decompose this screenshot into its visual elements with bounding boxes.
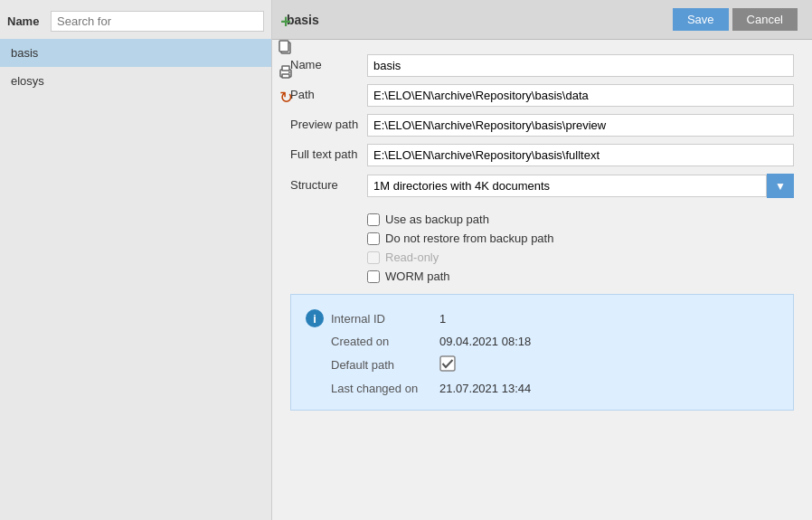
last-changed-value: 21.07.2021 13:44 bbox=[439, 382, 531, 395]
search-input[interactable] bbox=[51, 11, 264, 32]
list-item-elosys[interactable]: elosys bbox=[0, 67, 271, 95]
worm-path-checkbox-row: WORM path bbox=[367, 269, 794, 283]
name-row: Name bbox=[290, 54, 794, 77]
structure-label: Structure bbox=[290, 177, 367, 194]
no-restore-label: Do not restore from backup path bbox=[385, 232, 553, 245]
preview-path-input[interactable] bbox=[367, 114, 794, 137]
refresh-button[interactable]: ↻ bbox=[275, 87, 297, 109]
save-button[interactable]: Save bbox=[673, 8, 729, 31]
left-panel: Name basis elosys bbox=[0, 0, 271, 520]
path-label: Path bbox=[290, 87, 367, 103]
structure-row: Structure 1M directories with 4K documen… bbox=[290, 174, 794, 198]
no-restore-checkbox[interactable] bbox=[367, 232, 380, 245]
readonly-checkbox-row: Read-only bbox=[367, 251, 794, 264]
name-input[interactable] bbox=[367, 54, 794, 77]
copy-button[interactable] bbox=[275, 36, 297, 58]
fulltext-path-row: Full text path bbox=[290, 144, 794, 166]
default-path-checkmark bbox=[439, 355, 456, 374]
action-icon-bar: + ↻ bbox=[271, 7, 300, 112]
right-header: basis Save Cancel bbox=[272, 0, 812, 40]
path-input[interactable] bbox=[367, 84, 794, 107]
info-box: i Internal ID 1 Created on 09.04.2021 08… bbox=[290, 294, 794, 411]
add-button[interactable]: + bbox=[275, 11, 297, 33]
last-changed-label: Last changed on bbox=[331, 382, 439, 395]
use-backup-path-label: Use as backup path bbox=[385, 213, 489, 226]
repository-list: basis elosys bbox=[0, 39, 271, 513]
svg-rect-3 bbox=[282, 66, 289, 71]
fulltext-path-label: Full text path bbox=[290, 147, 367, 163]
list-header: Name bbox=[0, 7, 271, 39]
form-area: Name Path Preview path Full text path St… bbox=[272, 40, 812, 520]
list-item-basis[interactable]: basis bbox=[0, 39, 271, 67]
readonly-label: Read-only bbox=[385, 251, 439, 264]
svg-rect-4 bbox=[282, 74, 289, 78]
svg-rect-1 bbox=[279, 41, 288, 52]
preview-path-row: Preview path bbox=[290, 114, 794, 137]
created-on-row: Created on 09.04.2021 08:18 bbox=[306, 331, 779, 352]
readonly-checkbox bbox=[367, 251, 380, 264]
path-row: Path bbox=[290, 84, 794, 107]
worm-path-checkbox[interactable] bbox=[367, 270, 380, 283]
internal-id-label: Internal ID bbox=[331, 312, 439, 326]
created-on-label: Created on bbox=[331, 335, 439, 348]
name-label: Name bbox=[290, 57, 367, 73]
preview-path-label: Preview path bbox=[290, 117, 367, 133]
created-on-value: 09.04.2021 08:18 bbox=[439, 335, 531, 348]
print-button[interactable] bbox=[275, 61, 297, 83]
structure-select[interactable]: 1M directories with 4K documents 10K dir… bbox=[367, 175, 767, 197]
last-changed-row: Last changed on 21.07.2021 13:44 bbox=[306, 378, 779, 399]
worm-path-label: WORM path bbox=[385, 269, 450, 283]
svg-rect-6 bbox=[440, 356, 455, 371]
backup-path-checkbox-row: Use as backup path bbox=[367, 213, 794, 226]
fulltext-path-input[interactable] bbox=[367, 144, 794, 166]
cancel-button[interactable]: Cancel bbox=[732, 8, 798, 31]
select-arrow-icon[interactable]: ▼ bbox=[767, 174, 794, 198]
header-buttons: Save Cancel bbox=[673, 8, 798, 31]
right-panel: basis Save Cancel Name Path Preview path bbox=[271, 0, 812, 520]
name-column-header: Name bbox=[7, 14, 43, 28]
default-path-row: Default path bbox=[306, 352, 779, 378]
svg-point-5 bbox=[288, 71, 290, 73]
checkbox-section: Use as backup path Do not restore from b… bbox=[290, 205, 794, 283]
no-restore-checkbox-row: Do not restore from backup path bbox=[367, 232, 794, 245]
structure-select-wrap: 1M directories with 4K documents 10K dir… bbox=[367, 174, 794, 198]
default-path-label: Default path bbox=[331, 358, 439, 372]
info-icon: i bbox=[306, 309, 324, 327]
use-backup-path-checkbox[interactable] bbox=[367, 213, 380, 226]
internal-id-value: 1 bbox=[439, 312, 446, 326]
internal-id-row: i Internal ID 1 bbox=[306, 306, 779, 331]
